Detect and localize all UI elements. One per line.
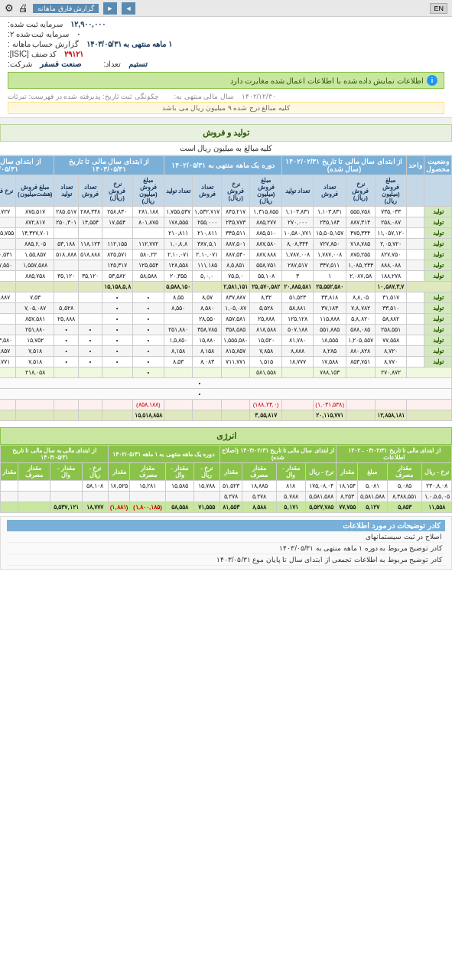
subtotal-v6: [221, 368, 249, 378]
h-sale-rate1: نرخ فروش (ریال): [346, 175, 375, 207]
row6-v8: ۱۲۸,۵۵۸: [164, 260, 193, 271]
row10-v12: ۲۵,۸۸۸: [54, 314, 78, 325]
e2-v13: [82, 492, 108, 502]
row8-v12: [54, 292, 78, 303]
row13-v12: •: [54, 346, 78, 357]
row1-v5: ۱,۳۱۵,۸۵۵: [250, 207, 281, 217]
row3-v2: ۴۷۵,۳۴۴: [346, 228, 375, 239]
row1-v7: ۱,۵۳۲,۷۱۷: [193, 207, 221, 217]
row11-v8: ۲۵۱,۸۸۰: [164, 325, 193, 335]
neg-v14: [0, 400, 16, 410]
row11-v4: ۵۰۷,۱۸۸: [281, 325, 313, 335]
row2-v12: ۲۵۰,۳۰۱: [54, 217, 78, 228]
et-v13: ۱۸,۷۷۷: [82, 502, 108, 513]
row9-v9: •: [132, 303, 164, 314]
row6-v4: ۲۸۷,۵۱۷: [281, 260, 313, 271]
subtotal-v2: [346, 368, 375, 378]
prod-row-6: تولید ۸۸۸,۰۸۸ ۱,۰۸۵,۲۴۴ ۳۴۷,۵۱۱ ۲۸۷,۵۱۷ …: [0, 260, 452, 271]
settings-icon[interactable]: ⚙: [5, 2, 14, 14]
prod-total-row-1: ۱۰,۵۸۷,۳,۷ ۲۵,۵۵۲,۵۸۰ ۲۰,۸۸۵,۵۸۱ ۲۵,۵۷۰,…: [0, 282, 452, 292]
e2-v12: [108, 492, 130, 502]
et-v10: ۵۸,۵۵۸: [165, 502, 193, 513]
e1-v14: [50, 481, 82, 492]
row8-v1: ۳۱,۵۱۷: [375, 292, 406, 303]
row10-v1: ۵۸,۸۸۲: [375, 314, 406, 325]
neg-v1: [375, 400, 406, 410]
row9-v3: ۳۷,۱۸۳: [314, 303, 346, 314]
row5-v5: ۸۸۷,۸۸۸: [250, 250, 281, 260]
row1-unit: [407, 207, 424, 217]
row8-v2: ۸,۸,۰۵: [346, 292, 375, 303]
print-icon[interactable]: 🖨: [18, 2, 28, 14]
note-bar: کلیه مبالغ درج شده ۹ میلیون ریال می باشد: [8, 102, 444, 114]
row9-type: تولید: [424, 303, 452, 314]
e1-v16: [1, 481, 18, 492]
row10-type: تولید: [424, 314, 452, 325]
row8-v7: ۸,۵۷: [193, 292, 221, 303]
e1-v4: ۱۸,۱۵۴: [337, 481, 358, 492]
row8-v5: ۸,۳۲: [250, 292, 281, 303]
neg-v5: (۱۸۸,۲۴,۰): [250, 400, 281, 410]
row14-type: تولید: [424, 357, 452, 368]
h-sale-val4: مبلغ فروش (هشت‌میلیون): [16, 175, 54, 207]
neg-v10: [102, 400, 132, 410]
row12-v13: ۱۵,۷۵۲: [16, 335, 54, 346]
e2-v3: ۵,۵۸۱,۵۸۸: [358, 492, 387, 502]
row2-v2: ۸۸۷,۳۱۴: [346, 217, 375, 228]
row14-v9: •: [132, 357, 164, 368]
prod-row-5: تولید ۸۲۷,۷۵۰ ۸۷۵,۲۵۵ ۱,۷۸۷,۰۰۸ ۱,۷۸۷,۰۰…: [0, 250, 452, 260]
energy-sub-h16: مقدار: [1, 463, 18, 481]
footnotes-section: کادر توضیحات در مورد اطلاعات اصلاح در ثب…: [0, 516, 452, 570]
row4-v9: ۱۱۲,۷۷۲: [132, 239, 164, 250]
row6-type: تولید: [424, 260, 452, 271]
total1-v3: ۲۵,۵۵۲,۵۸۰: [314, 282, 346, 292]
nav-next-button[interactable]: ►: [103, 2, 117, 15]
capital-label: سرمایه ثبت شده:: [8, 20, 63, 28]
account-value: تستیم: [128, 60, 148, 68]
h-sale-cnt3: تعداد فروش: [78, 175, 102, 207]
row5-v7: ۲,۱۰,۰۷۱: [193, 250, 221, 260]
row4-v5: ۸۸۷,۵۸۰: [250, 239, 281, 250]
energy-sub-h12: مقدار: [108, 463, 130, 481]
total1-v12: [54, 282, 78, 292]
energy-sub-h1: نرخ - ریال: [422, 463, 452, 481]
row12-v3: ۱۸,۵۵۵: [314, 335, 346, 346]
prod-row-9: تولید ۳۳,۵۱۰ ۷,۸,۷۸۲ ۳۷,۱۸۳ ۵۸,۸۸۱ ۵,۵۲۸…: [0, 303, 452, 314]
energy-row-2: ۱,۰,۵,۵,۰۵ ۸,۳۸۸,۵۵۱ ۵,۵۸۱,۵۸۸ ۸,۲۵۳ ۵,۵…: [1, 492, 452, 502]
row8-v3: ۳۳,۸۱۸: [314, 292, 346, 303]
report-button[interactable]: گزارش فارق ماهانه: [33, 4, 99, 13]
row13-unit: [407, 346, 424, 357]
row3-v8: ۲۱۰,۸۱۱: [164, 228, 193, 239]
subtotal-v13: ۲۱۸,۰۵۸: [16, 368, 54, 378]
row11-unit: [407, 325, 424, 335]
row13-v6: ۸۱۵,۸۵۷: [221, 346, 249, 357]
row3-v1: ۱۱,۰۵۷,۱۲۰: [375, 228, 406, 239]
row10-v10: •: [102, 314, 132, 325]
row5-v11: ۵۱۸,۸۸۸: [78, 250, 102, 260]
row10-v2: ۵,۸,۸۲۰: [346, 314, 375, 325]
row9-v12: ۵,۵۲۸: [54, 303, 78, 314]
energy-sub-h14: مقدار - وال: [50, 463, 82, 481]
row3-v7: ۲۱۰,۸۱۱: [193, 228, 221, 239]
nav-prev-button[interactable]: ◄: [122, 2, 135, 15]
row13-type: تولید: [424, 346, 452, 357]
row9-v6: ۱,۰۵,۰۸۷: [221, 303, 249, 314]
row11-v7: ۳۵۸,۷۸۵: [193, 325, 221, 335]
grand-total-v13: [16, 410, 54, 421]
capital2-label: سرمایه ثبت شده ۲:: [8, 30, 69, 38]
row7-type: تولید: [424, 271, 452, 282]
row2-v9: ۸۰۱,۸۷۵: [132, 217, 164, 228]
row2-v11: ۱۴,۵۵۴: [78, 217, 102, 228]
language-button[interactable]: EN: [430, 3, 447, 14]
row14-v10: •: [102, 357, 132, 368]
subtotal-v11: [78, 368, 102, 378]
row11-v3: ۵۵۱,۸۸۵: [314, 325, 346, 335]
subtotal-v5: ۵۸۱,۵۵۸: [250, 368, 281, 378]
et-v8: ۸۱,۵۵۳: [219, 502, 242, 513]
et-v11: (۱,۸۰۰,۱۸۵): [130, 502, 165, 513]
h-prod-cnt2: تعداد تولید: [164, 175, 193, 207]
neg-v3: (۱,۰۳۱,۵۳۸): [314, 400, 346, 410]
energy-h-col2: از ابتدای سال مالی تا تاریخ ۱۴۰۳/۰۲/۳۱ (…: [219, 446, 337, 463]
grand-total-v8: [164, 410, 193, 421]
row9-v8: ۸,۵۵۰: [164, 303, 193, 314]
